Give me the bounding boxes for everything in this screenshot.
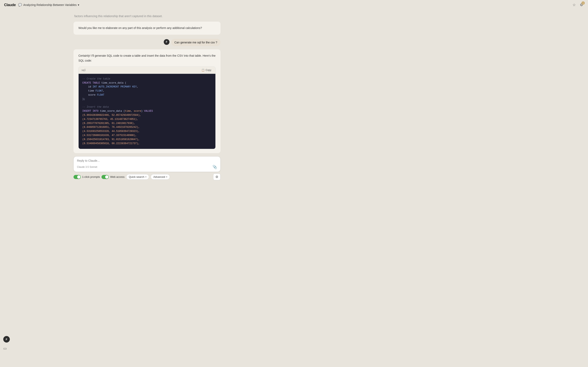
faded-text: factors influencing this relationship th… (73, 14, 221, 18)
header-left: Claude 💬 Analyzing Relationship Between … (4, 3, 79, 7)
attach-button[interactable]: 📎 (213, 165, 217, 169)
chat-container: factors influencing this relationship th… (73, 14, 221, 154)
logo: Claude (4, 3, 16, 7)
chat-title-chevron: ▾ (78, 3, 79, 7)
code-body: -- Create the table CREATE TABLE time_sc… (79, 74, 215, 149)
toolbar-settings-button[interactable]: ⚙ (213, 174, 221, 180)
toggle-webaccess-label: Web access (110, 175, 125, 178)
code-block: sql 📋 Copy -- Create the table CREATE TA… (78, 67, 216, 149)
model-label: Claude 3.5 Sonnet (77, 166, 97, 168)
input-footer: Claude 3.5 Sonnet 📎 (77, 165, 217, 169)
advanced-dropdown[interactable]: Advanced ▾ (151, 174, 170, 180)
user-message-wrapper: F Can generate me sql for the csv ? (73, 39, 221, 46)
bottom-toolbar: 1-click prompts Web access Quick search … (73, 174, 221, 180)
chat-area: factors influencing this relationship th… (0, 10, 294, 154)
chat-icon: 💬 (18, 3, 22, 7)
attach-icon: 📎 (213, 165, 217, 169)
quick-search-label: Quick search (129, 175, 144, 178)
copy-icon: 📋 (201, 69, 205, 72)
toolbar-left: 1-click prompts Web access Quick search … (73, 174, 170, 180)
followup-text: Would you like me to elaborate on any pa… (78, 26, 216, 31)
toggle-thumb-webaccess (105, 175, 108, 179)
bottom-area: Claude 3.5 Sonnet 📎 1-click prompts (0, 154, 294, 184)
code-header: sql 📋 Copy (79, 67, 215, 74)
user-bubble: Can generate me sql for the csv ? (171, 39, 221, 46)
main: factors influencing this relationship th… (0, 10, 294, 184)
avatar: F (164, 39, 169, 45)
reply-input[interactable] (77, 159, 217, 162)
toggle-thumb-1click (77, 175, 80, 179)
code-lang: sql (81, 69, 86, 72)
input-box: Claude 3.5 Sonnet 📎 (73, 156, 221, 172)
assistant-response: Certainly! I'll generate SQL code to cre… (73, 49, 221, 153)
toggle-group-webaccess: Web access (102, 175, 125, 179)
toggle-1click[interactable] (73, 175, 81, 179)
chevron-down-icon-adv: ▾ (166, 176, 167, 178)
advanced-label: Advanced (153, 175, 165, 178)
copy-label: Copy (206, 69, 211, 72)
chevron-down-icon: ▾ (145, 176, 146, 178)
assistant-followup: Would you like me to elaborate on any pa… (73, 22, 221, 35)
toggle-group-1click: 1-click prompts (73, 175, 100, 179)
toggle-1click-label: 1-click prompts (82, 175, 100, 178)
toggle-webaccess[interactable] (102, 175, 109, 179)
chat-title[interactable]: 💬 Analyzing Relationship Between Variabl… (18, 3, 79, 7)
header: Claude 💬 Analyzing Relationship Between … (0, 0, 294, 10)
quick-search-dropdown[interactable]: Quick search ▾ (126, 174, 149, 180)
settings-icon: ⚙ (215, 175, 218, 179)
chat-title-text: Analyzing Relationship Between Variables (23, 3, 77, 7)
assistant-intro: Certainly! I'll generate SQL code to cre… (78, 53, 216, 63)
copy-button[interactable]: 📋 Copy (200, 68, 213, 72)
code-pre: -- Create the table CREATE TABLE time_sc… (82, 77, 212, 146)
